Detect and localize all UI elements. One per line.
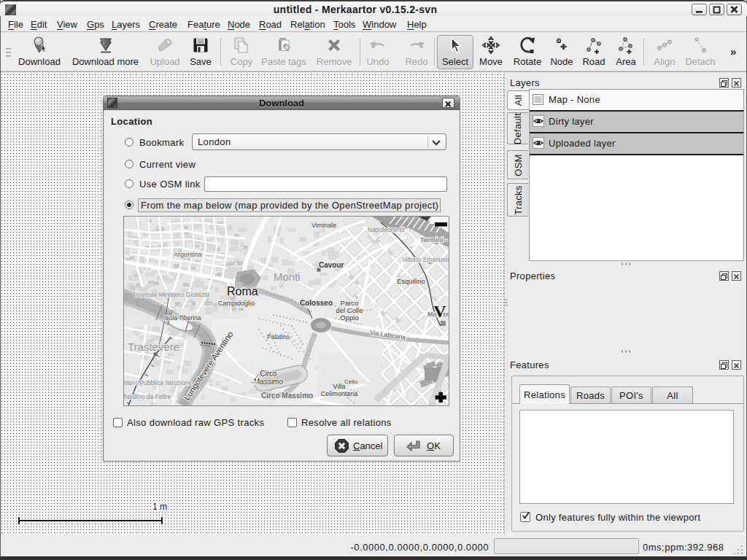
- svg-text:...: ...: [251, 376, 257, 384]
- svg-text:Vittorio Emanuele: Vittorio Emanuele: [402, 256, 449, 263]
- svg-text:Esquilino: Esquilino: [397, 277, 425, 285]
- svg-text:Argentina: Argentina: [174, 251, 202, 258]
- svg-text:Viminale: Viminale: [311, 222, 336, 229]
- svg-text:Villa: Villa: [333, 383, 346, 390]
- svg-text:Massimo: Massimo: [254, 378, 283, 386]
- svg-text:hardino da Feltre: hardino da Feltre: [124, 393, 171, 400]
- svg-text:Trastevere: Trastevere: [128, 341, 179, 353]
- svg-text:Circo: Circo: [260, 370, 277, 378]
- svg-text:Palatino: Palatino: [267, 333, 290, 341]
- svg-text:Colosseo: Colosseo: [300, 299, 333, 307]
- svg-text:Napoleone III: Napoleone III: [368, 226, 405, 233]
- svg-text:Circo Massimo: Circo Massimo: [261, 392, 313, 400]
- svg-text:Arenula Ministero Giustizia: Arenula Ministero Giustizia: [136, 291, 209, 298]
- svg-text:Roma: Roma: [227, 285, 258, 298]
- svg-text:zo: zo: [443, 311, 449, 318]
- svg-text:Cavour: Cavour: [319, 261, 344, 269]
- svg-text:Campidoglio: Campidoglio: [218, 300, 255, 307]
- svg-text:Oppio: Oppio: [340, 314, 358, 322]
- svg-text:1 m: 1 m: [152, 502, 167, 512]
- svg-text:Monti: Monti: [274, 271, 301, 283]
- svg-text:Ma: Ma: [427, 311, 437, 318]
- svg-text:Isola Tiberina: Isola Tiberina: [164, 314, 201, 322]
- svg-text:Termini - La: Termini - La: [420, 236, 449, 244]
- svg-text:Celio: Celio: [344, 378, 358, 385]
- svg-text:Celimontana: Celimontana: [321, 390, 358, 397]
- svg-text:stero Pubblica Istruzione: stero Pubblica Istruzione: [124, 379, 192, 386]
